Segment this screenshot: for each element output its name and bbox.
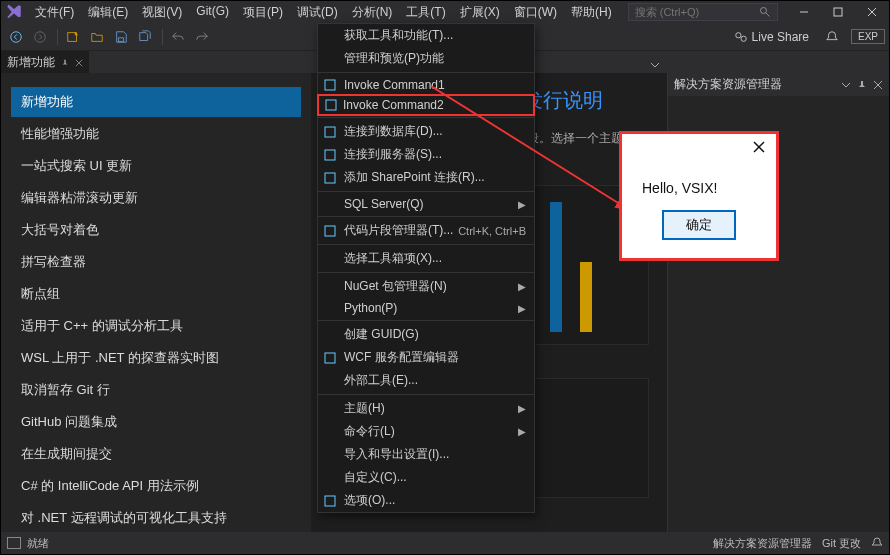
maximize-button[interactable] — [821, 1, 855, 23]
dropdown-icon[interactable] — [841, 80, 851, 90]
close-icon[interactable] — [75, 59, 83, 67]
menu-item[interactable]: 连接到数据库(D)... — [318, 120, 534, 143]
close-icon[interactable] — [873, 80, 883, 90]
save-button[interactable] — [110, 26, 132, 48]
notifications-icon[interactable] — [871, 537, 883, 549]
nav-back-button[interactable] — [5, 26, 27, 48]
title-bar: 文件(F) 编辑(E) 视图(V) Git(G) 项目(P) 调试(D) 分析(… — [1, 1, 889, 23]
status-text: 就绪 — [27, 536, 49, 551]
menu-item[interactable]: 外部工具(E)... — [318, 369, 534, 392]
menu-item-label: 选择工具箱项(X)... — [344, 250, 442, 267]
nav-item[interactable]: 新增功能 — [11, 87, 301, 117]
menu-item[interactable]: 主题(H)▶ — [318, 397, 534, 420]
gear-icon — [323, 494, 337, 508]
notifications-button[interactable] — [821, 26, 843, 48]
nav-item[interactable]: WSL 上用于 .NET 的探查器实时图 — [11, 343, 301, 373]
nav-item[interactable]: 拼写检查器 — [11, 247, 301, 277]
menu-edit[interactable]: 编辑(E) — [82, 2, 134, 23]
menu-item-label: 连接到数据库(D)... — [344, 123, 443, 140]
svg-rect-20 — [325, 150, 335, 160]
menu-project[interactable]: 项目(P) — [237, 2, 289, 23]
menu-file[interactable]: 文件(F) — [29, 2, 80, 23]
dialog-ok-button[interactable]: 确定 — [662, 210, 736, 240]
nav-item[interactable]: 取消暂存 Git 行 — [11, 375, 301, 405]
wcf-icon — [323, 351, 337, 365]
dialog-message: Hello, VSIX! — [622, 154, 776, 210]
pin-icon[interactable] — [61, 59, 69, 67]
menu-separator — [318, 394, 534, 395]
redo-button[interactable] — [191, 26, 213, 48]
nav-item[interactable]: 一站式搜索 UI 更新 — [11, 151, 301, 181]
nav-item[interactable]: 在生成期间提交 — [11, 439, 301, 469]
nav-item[interactable]: C# 的 IntelliCode API 用法示例 — [11, 471, 301, 501]
dialog-close-icon[interactable] — [752, 140, 766, 154]
menu-ext[interactable]: 扩展(X) — [454, 2, 506, 23]
menu-item-label: 命令行(L) — [344, 423, 395, 440]
menu-item[interactable]: 代码片段管理器(T)...Ctrl+K, Ctrl+B — [318, 219, 534, 242]
open-button[interactable] — [86, 26, 108, 48]
menu-separator — [318, 216, 534, 217]
menu-item[interactable]: NuGet 包管理器(N)▶ — [318, 275, 534, 298]
menu-shortcut: Ctrl+K, Ctrl+B — [458, 225, 526, 237]
nav-item[interactable]: GitHub 问题集成 — [11, 407, 301, 437]
menu-item[interactable]: 获取工具和功能(T)... — [318, 24, 534, 47]
menu-analyze[interactable]: 分析(N) — [346, 2, 399, 23]
menu-view[interactable]: 视图(V) — [136, 2, 188, 23]
menu-item[interactable]: 导入和导出设置(I)... — [318, 443, 534, 466]
undo-button[interactable] — [167, 26, 189, 48]
menu-item[interactable]: Python(P)▶ — [318, 298, 534, 318]
svg-rect-9 — [118, 37, 123, 41]
menu-item[interactable]: SQL Server(Q)▶ — [318, 194, 534, 214]
svg-point-11 — [741, 36, 746, 41]
search-input[interactable] — [635, 6, 745, 18]
menu-item[interactable]: 创建 GUID(G) — [318, 323, 534, 346]
nav-fwd-button[interactable] — [29, 26, 51, 48]
nav-item[interactable]: 性能增强功能 — [11, 119, 301, 149]
search-box[interactable] — [628, 3, 778, 21]
liveshare-label: Live Share — [752, 30, 809, 44]
submenu-arrow-icon: ▶ — [518, 403, 526, 414]
menu-item[interactable]: Invoke Command2 — [317, 94, 535, 116]
svg-rect-24 — [325, 496, 335, 506]
dropdown-icon[interactable] — [649, 59, 661, 71]
menu-item[interactable]: 自定义(C)... — [318, 466, 534, 489]
svg-point-7 — [35, 31, 46, 42]
menu-item[interactable]: 连接到服务器(S)... — [318, 143, 534, 166]
svg-rect-21 — [325, 173, 335, 183]
nav-item[interactable]: 断点组 — [11, 279, 301, 309]
menu-tools[interactable]: 工具(T) — [400, 2, 451, 23]
nav-item[interactable]: 适用于 C++ 的调试分析工具 — [11, 311, 301, 341]
submenu-arrow-icon: ▶ — [518, 303, 526, 314]
menu-item-label: 主题(H) — [344, 400, 385, 417]
menu-item-label: 导入和导出设置(I)... — [344, 446, 449, 463]
message-dialog: Hello, VSIX! 确定 — [619, 131, 779, 261]
statusbar-item[interactable]: Git 更改 — [822, 536, 861, 551]
menu-item[interactable]: WCF 服务配置编辑器 — [318, 346, 534, 369]
output-toggle-icon[interactable] — [7, 537, 21, 549]
new-project-button[interactable] — [62, 26, 84, 48]
menu-item-label: WCF 服务配置编辑器 — [344, 349, 459, 366]
close-button[interactable] — [855, 1, 889, 23]
nav-item[interactable]: 编辑器粘滞滚动更新 — [11, 183, 301, 213]
liveshare-button[interactable]: Live Share — [728, 28, 815, 46]
saveall-button[interactable] — [134, 26, 156, 48]
menu-item[interactable]: 命令行(L)▶ — [318, 420, 534, 443]
nav-item[interactable]: 大括号对着色 — [11, 215, 301, 245]
menu-help[interactable]: 帮助(H) — [565, 2, 618, 23]
pin-icon[interactable] — [857, 80, 867, 90]
menu-debug[interactable]: 调试(D) — [291, 2, 344, 23]
menu-item[interactable]: 添加 SharePoint 连接(R)... — [318, 166, 534, 189]
menu-item[interactable]: 选项(O)... — [318, 489, 534, 512]
menu-item[interactable]: 选择工具箱项(X)... — [318, 247, 534, 270]
nav-item[interactable]: 对 .NET 远程调试的可视化工具支持 — [11, 503, 301, 532]
statusbar-item[interactable]: 解决方案资源管理器 — [713, 536, 812, 551]
t2-icon — [324, 98, 338, 112]
menu-git[interactable]: Git(G) — [190, 2, 235, 23]
minimize-button[interactable] — [787, 1, 821, 23]
menu-item-label: 选项(O)... — [344, 492, 395, 509]
menu-window[interactable]: 窗口(W) — [508, 2, 563, 23]
svg-point-0 — [760, 8, 766, 14]
menu-item[interactable]: Invoke Command1 — [318, 75, 534, 95]
tab-whatsnew[interactable]: 新增功能 — [1, 51, 89, 73]
menu-item[interactable]: 管理和预览(P)功能 — [318, 47, 534, 70]
